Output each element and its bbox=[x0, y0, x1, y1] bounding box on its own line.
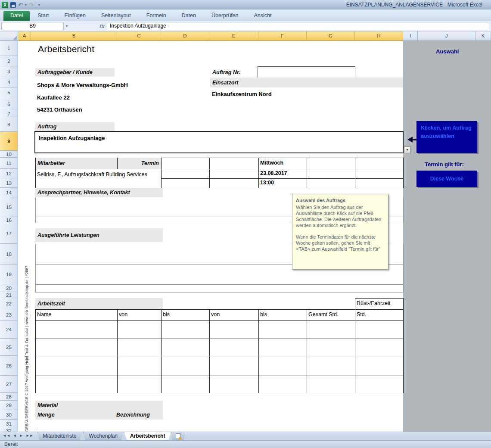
last-sheet-icon[interactable]: ►► bbox=[26, 433, 34, 438]
row-header-31[interactable]: 31 bbox=[0, 420, 18, 428]
row-header-19[interactable]: 19 bbox=[0, 264, 18, 284]
staff-value: Seilriss, F., Aufzugsfachkraft Building … bbox=[37, 171, 160, 179]
report-title: Arbeitsbericht bbox=[38, 44, 94, 54]
row-header-26[interactable]: 26 bbox=[0, 356, 18, 376]
worktime-col-name: Name bbox=[37, 311, 51, 317]
row-header-28[interactable]: 28 bbox=[0, 393, 18, 401]
row-header-1[interactable]: 1 bbox=[0, 41, 18, 56]
title-bar: X ↶ ▾ ↷ ▾ EINSATZPLANUNG_ANLAGENSERVICE … bbox=[0, 0, 491, 9]
tab-ansicht[interactable]: Ansicht bbox=[246, 11, 280, 21]
tab-formeln[interactable]: Formeln bbox=[139, 11, 174, 21]
staff-label: Mitarbeiter bbox=[35, 158, 117, 169]
row-header-24[interactable]: 24 bbox=[0, 320, 18, 339]
tooltip-paragraph-2: Wenn die Termindaten für die nächste Woc… bbox=[296, 234, 385, 252]
order-value: Inspektion Aufzuganlage bbox=[39, 135, 403, 141]
prev-sheet-icon[interactable]: ◄ bbox=[13, 433, 17, 438]
unused-area bbox=[403, 41, 491, 432]
column-header-K[interactable]: K bbox=[475, 31, 491, 41]
tab-daten[interactable]: Daten bbox=[174, 11, 204, 21]
worktime-col-gesamt: Gesamt Std. bbox=[308, 311, 338, 317]
tab-seitenlayout[interactable]: Seitenlayout bbox=[93, 11, 139, 21]
row-header-3[interactable]: 3 bbox=[0, 66, 18, 77]
row-header-17[interactable]: 17 bbox=[0, 223, 18, 244]
tab-datei[interactable]: Datei bbox=[3, 11, 30, 21]
row-header-21[interactable]: 21 bbox=[0, 292, 18, 298]
column-header-D[interactable]: D bbox=[161, 31, 209, 41]
save-icon[interactable] bbox=[10, 2, 16, 8]
row-header-7[interactable]: 7 bbox=[0, 110, 18, 117]
sheet-navigation: ◄◄ ◄ ► ►► bbox=[0, 432, 37, 438]
row-header-22[interactable]: 22 bbox=[0, 298, 18, 309]
row-header-11[interactable]: 11 bbox=[0, 158, 18, 169]
row-header-18[interactable]: 18 bbox=[0, 244, 18, 264]
column-header-G[interactable]: G bbox=[307, 31, 355, 41]
name-box[interactable]: B9 bbox=[1, 22, 64, 30]
sheet-tab-wochenplan[interactable]: Wochenplan bbox=[83, 432, 124, 440]
row-header-23[interactable]: 23 bbox=[0, 309, 18, 320]
insert-worksheet-tab[interactable] bbox=[171, 432, 184, 440]
formula-bar: B9 ▼ fx Inspektion Aufzuganlage bbox=[0, 21, 491, 31]
row-header-5[interactable]: 5 bbox=[0, 87, 18, 98]
row-header-25[interactable]: 25 bbox=[0, 339, 18, 356]
row-header-12[interactable]: 12 bbox=[0, 169, 18, 178]
undo-icon[interactable]: ↶ bbox=[18, 2, 23, 8]
copyright-watermark: GEBÄUDESERVICE © 2017 Wolfgang Heinl Tex… bbox=[25, 266, 29, 432]
customize-toolbar-icon[interactable]: ▾ bbox=[38, 3, 40, 7]
order-select-cell[interactable]: Inspektion Aufzuganlage bbox=[34, 131, 404, 153]
toolbar-separator bbox=[36, 2, 36, 8]
row-header-9[interactable]: 9 bbox=[0, 132, 18, 151]
appointment-date: 23.08.2017 bbox=[260, 170, 287, 176]
tab-ueberpruefen[interactable]: Überprüfen bbox=[204, 11, 246, 21]
worktime-col-bis2: bis bbox=[260, 311, 267, 317]
tab-einfuegen[interactable]: Einfügen bbox=[57, 11, 93, 21]
column-header-J[interactable]: J bbox=[418, 31, 475, 41]
row-header-13[interactable]: 13 bbox=[0, 178, 18, 188]
order-no-field[interactable] bbox=[258, 66, 355, 78]
name-box-dropdown-icon[interactable]: ▼ bbox=[64, 22, 70, 30]
row-header-16[interactable]: 16 bbox=[0, 217, 18, 223]
column-header-I[interactable]: I bbox=[403, 31, 418, 41]
sheet-tab-arbeitsbericht[interactable]: Arbeitsbericht bbox=[124, 432, 171, 440]
redo-icon[interactable]: ↷ bbox=[29, 2, 34, 8]
column-header-H[interactable]: H bbox=[355, 31, 403, 41]
row-header-30[interactable]: 30 bbox=[0, 410, 18, 420]
row-header-4[interactable]: 4 bbox=[0, 77, 18, 87]
column-header-A[interactable]: A bbox=[18, 31, 31, 41]
row-header-29[interactable]: 29 bbox=[0, 401, 18, 410]
qty-label: Menge bbox=[37, 412, 55, 418]
first-sheet-icon[interactable]: ◄◄ bbox=[3, 433, 10, 438]
column-header-C[interactable]: C bbox=[117, 31, 161, 41]
row-header-20[interactable]: 20 bbox=[0, 284, 18, 292]
services-label: Ausgeführte Leistungen bbox=[35, 228, 163, 242]
setup-time-label: Rüst-/Fahrzeit bbox=[357, 300, 391, 306]
row-header-6[interactable]: 6 bbox=[0, 98, 18, 110]
contact-label: Ansprechpartner, Hinweise, Kontakt bbox=[35, 188, 163, 197]
formula-input[interactable]: Inspektion Aufzuganlage bbox=[107, 22, 489, 30]
tab-start[interactable]: Start bbox=[30, 11, 56, 21]
row-header-10[interactable]: 10 bbox=[0, 151, 18, 158]
insert-function-icon[interactable]: fx bbox=[97, 22, 106, 30]
worktime-col-bis1: bis bbox=[163, 311, 170, 317]
next-sheet-icon[interactable]: ► bbox=[19, 433, 23, 438]
ribbon-tab-strip: Datei Start Einfügen Seitenlayout Formel… bbox=[0, 9, 491, 21]
appointment-weekday: Mittwoch bbox=[260, 160, 283, 166]
row-header-15[interactable]: 15 bbox=[0, 197, 18, 217]
desc-label: Bezeichnung bbox=[116, 412, 150, 418]
select-all-button[interactable] bbox=[0, 31, 18, 41]
row-header-8[interactable]: 8 bbox=[0, 117, 18, 132]
this-week-button[interactable]: Diese Woche bbox=[416, 171, 477, 187]
sheet-tab-mitarbeiterliste[interactable]: Mitarbeiterliste bbox=[37, 432, 83, 440]
material-qty-desc-row: Menge Bezeichnung bbox=[35, 410, 163, 420]
column-header-F[interactable]: F bbox=[258, 31, 307, 41]
column-header-E[interactable]: E bbox=[209, 31, 258, 41]
window-title: EINSATZPLANUNG_ANLAGENSERVICE - Microsof… bbox=[346, 0, 482, 9]
undo-dropdown-icon[interactable]: ▾ bbox=[25, 3, 27, 7]
row-header-14[interactable]: 14 bbox=[0, 188, 18, 197]
row-header-32[interactable]: 32 bbox=[0, 428, 18, 432]
order-dropdown-button[interactable]: ▼ bbox=[404, 146, 410, 153]
sheet-tab-bar: ◄◄ ◄ ► ►► Mitarbeiterliste Wochenplan Ar… bbox=[0, 432, 491, 440]
row-header-27[interactable]: 27 bbox=[0, 376, 18, 393]
column-header-B[interactable]: B bbox=[31, 31, 117, 41]
select-order-button[interactable]: Klicken, um Auftrag auszuwählen bbox=[416, 121, 477, 153]
row-header-2[interactable]: 2 bbox=[0, 56, 18, 66]
